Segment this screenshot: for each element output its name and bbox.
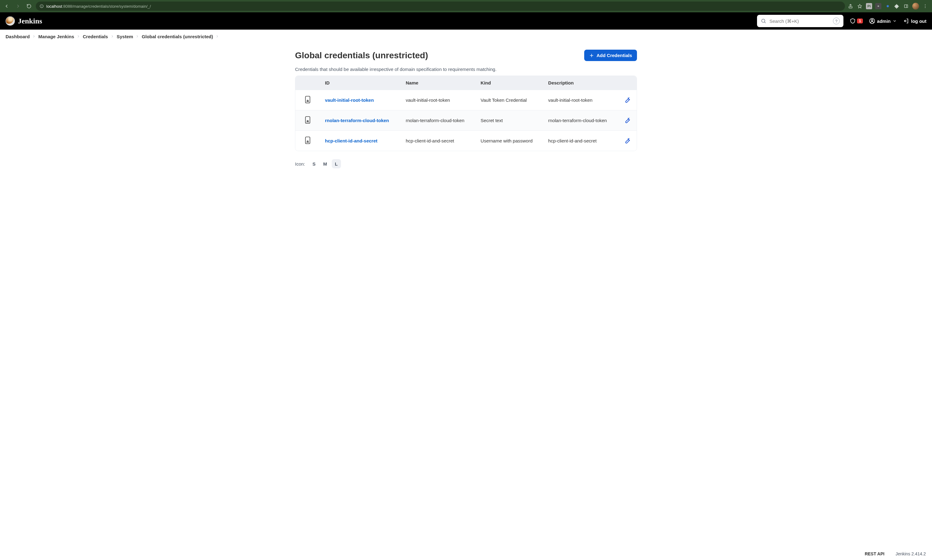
svg-point-5 [878, 6, 879, 6]
breadcrumb-item[interactable]: System [117, 34, 133, 39]
browser-reload-button[interactable] [25, 2, 33, 11]
search-help-icon[interactable]: ? [833, 18, 840, 25]
wrench-icon [624, 137, 631, 144]
icon-size-option[interactable]: L [332, 159, 341, 168]
row-icon-cell [295, 110, 320, 131]
extension-icon[interactable] [875, 3, 881, 9]
logout-label: log out [911, 18, 926, 24]
table-row: vault-initial-root-tokenvault-initial-ro… [295, 90, 637, 110]
search-input[interactable] [769, 18, 830, 24]
add-credentials-button[interactable]: Add Credentials [584, 50, 637, 61]
row-id[interactable]: vault-initial-root-token [320, 90, 401, 110]
svg-point-26 [629, 138, 630, 139]
logout-icon [903, 18, 909, 24]
brand-name: Jenkins [18, 17, 42, 25]
svg-point-10 [925, 8, 926, 8]
col-id[interactable]: ID [320, 76, 401, 90]
col-actions [618, 76, 637, 90]
page-description: Credentials that should be available irr… [295, 67, 637, 72]
svg-rect-21 [306, 117, 310, 123]
share-icon[interactable] [847, 3, 853, 9]
svg-marker-4 [858, 4, 862, 8]
browser-back-button[interactable] [3, 2, 11, 11]
chevron-down-icon [892, 19, 897, 23]
row-name: hcp-client-id-and-secret [401, 131, 476, 151]
user-icon [869, 18, 875, 24]
breadcrumb-item[interactable]: Dashboard [6, 34, 29, 39]
row-configure[interactable] [618, 110, 637, 131]
row-configure[interactable] [618, 90, 637, 110]
svg-point-20 [629, 97, 630, 98]
panel-icon[interactable] [903, 3, 909, 9]
credential-icon [304, 95, 311, 104]
profile-avatar[interactable] [912, 3, 919, 9]
wrench-icon [624, 116, 631, 124]
row-description: hcp-client-id-and-secret [543, 131, 618, 151]
url-text: localhost:8088/manage/credentials/store/… [46, 4, 151, 9]
extension-icon[interactable]: ✱ [884, 3, 890, 9]
row-icon-cell [295, 90, 320, 110]
col-icon[interactable] [295, 76, 320, 90]
credential-icon [304, 136, 311, 144]
breadcrumb: DashboardManage JenkinsCredentialsSystem… [0, 29, 932, 43]
icon-size-picker: Icon: SML [295, 159, 637, 168]
row-configure[interactable] [618, 131, 637, 151]
svg-line-12 [764, 22, 766, 23]
table-row: rnolan-terraform-cloud-tokenrnolan-terra… [295, 110, 637, 131]
chevron-right-icon [215, 34, 219, 39]
svg-rect-24 [306, 137, 310, 144]
main-content: Global credentials (unrestricted) Add Cr… [290, 50, 642, 168]
row-name: vault-initial-root-token [401, 90, 476, 110]
col-kind[interactable]: Kind [475, 76, 543, 90]
browser-forward-button[interactable] [14, 2, 22, 11]
jenkins-logo[interactable]: Jenkins [6, 16, 42, 26]
page-title: Global credentials (unrestricted) [295, 51, 428, 60]
icon-size-option[interactable]: S [310, 159, 319, 168]
svg-point-9 [925, 6, 926, 6]
browser-menu-icon[interactable] [922, 3, 928, 9]
row-kind: Secret text [475, 110, 543, 131]
svg-rect-6 [904, 5, 908, 8]
add-credentials-label: Add Credentials [597, 53, 632, 58]
row-id[interactable]: rnolan-terraform-cloud-token [320, 110, 401, 131]
col-description[interactable]: Description [543, 76, 618, 90]
col-name[interactable]: Name [401, 76, 476, 90]
svg-point-23 [629, 118, 630, 118]
chevron-right-icon [77, 34, 80, 39]
chevron-right-icon [32, 34, 36, 39]
browser-chrome: localhost:8088/manage/credentials/store/… [0, 0, 932, 12]
app-header: Jenkins ? 1 admin log out [0, 12, 932, 29]
breadcrumb-item[interactable]: Manage Jenkins [38, 34, 74, 39]
breadcrumb-item[interactable]: Global credentials (unrestricted) [142, 34, 213, 39]
jenkins-mark-icon [6, 16, 15, 26]
breadcrumb-item[interactable]: Credentials [83, 34, 108, 39]
logout-button[interactable]: log out [903, 18, 926, 24]
security-alerts[interactable]: 1 [850, 18, 863, 24]
bookmark-star-icon[interactable] [857, 3, 863, 9]
row-name: rnolan-terraform-cloud-token [401, 110, 476, 131]
browser-toolbar-right: Pi ✱ [847, 3, 929, 9]
chevron-right-icon [111, 34, 114, 39]
row-icon-cell [295, 131, 320, 151]
search-icon [761, 18, 766, 24]
wrench-icon [624, 96, 631, 103]
credentials-table: ID Name Kind Description vault-initial-r… [295, 75, 637, 151]
row-id[interactable]: hcp-client-id-and-secret [320, 131, 401, 151]
chevron-right-icon [136, 34, 139, 39]
credential-icon [304, 116, 311, 124]
alert-count-badge: 1 [857, 18, 863, 23]
svg-point-14 [871, 19, 873, 21]
icon-size-option[interactable]: M [321, 159, 330, 168]
username: admin [877, 18, 890, 24]
shield-icon [850, 18, 856, 24]
svg-rect-18 [306, 96, 310, 103]
browser-address-bar[interactable]: localhost:8088/manage/credentials/store/… [36, 2, 845, 11]
search-box[interactable]: ? [757, 15, 843, 27]
extensions-menu-icon[interactable] [894, 3, 900, 9]
icon-size-label: Icon: [295, 161, 305, 166]
svg-point-11 [762, 19, 765, 23]
extension-icon[interactable]: Pi [866, 3, 872, 9]
svg-point-8 [925, 4, 926, 5]
row-kind: Username with password [475, 131, 543, 151]
user-menu[interactable]: admin [869, 18, 897, 24]
